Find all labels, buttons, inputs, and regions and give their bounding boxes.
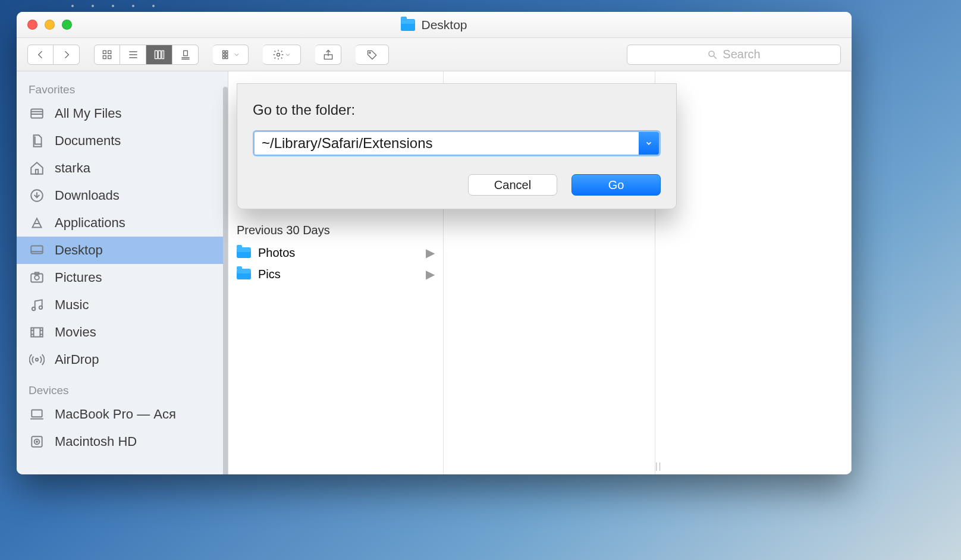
column-3 (655, 71, 852, 474)
close-button[interactable] (27, 20, 37, 30)
sidebar-item-label: Macintosh HD (55, 434, 137, 449)
svg-point-33 (34, 275, 39, 280)
sidebar-item-desktop[interactable]: Desktop (17, 237, 228, 264)
sidebar-item-macbook[interactable]: MacBook Pro — Ася (17, 401, 228, 428)
sidebar-item-music[interactable]: Music (17, 291, 228, 319)
cancel-button[interactable]: Cancel (468, 174, 557, 196)
dialog-label: Go to the folder: (253, 102, 661, 118)
go-button[interactable]: Go (571, 174, 661, 196)
sidebar-item-macintosh-hd[interactable]: Macintosh HD (17, 428, 228, 455)
finder-window: Desktop Search Fa (17, 12, 852, 474)
titlebar: Desktop (17, 12, 852, 38)
sidebar-item-label: All My Files (55, 106, 121, 121)
svg-point-49 (36, 441, 37, 442)
svg-point-19 (277, 53, 279, 56)
laptop-icon (29, 407, 45, 422)
arrange-button[interactable] (213, 45, 249, 65)
svg-rect-13 (222, 51, 224, 52)
search-input[interactable]: Search (627, 45, 841, 65)
svg-point-36 (39, 306, 42, 309)
go-to-folder-dialog: Go to the folder: Cancel Go (237, 83, 677, 209)
file-name: Pics (258, 268, 281, 281)
toolbar: Search (17, 38, 852, 71)
svg-rect-1 (108, 51, 111, 54)
icon-view-button[interactable] (94, 45, 120, 65)
history-dropdown-button[interactable] (639, 132, 659, 155)
sidebar-item-label: Pictures (55, 270, 102, 285)
sidebar-item-airdrop[interactable]: AirDrop (17, 346, 228, 373)
svg-rect-10 (183, 51, 187, 55)
sidebar-item-pictures[interactable]: Pictures (17, 264, 228, 291)
coverflow-view-button[interactable] (172, 45, 199, 65)
action-button[interactable] (263, 45, 301, 65)
back-button[interactable] (27, 45, 54, 65)
path-combobox (253, 130, 661, 156)
svg-rect-3 (108, 55, 111, 58)
chevron-down-icon (645, 139, 653, 147)
sidebar-section-devices: Devices (17, 380, 228, 401)
svg-rect-30 (31, 246, 43, 253)
chevron-right-icon: ▶ (426, 246, 435, 260)
svg-rect-2 (103, 55, 106, 58)
column-view-button[interactable] (146, 45, 172, 65)
column-splitter-icon[interactable]: || (655, 461, 662, 471)
sidebar-item-label: MacBook Pro — Ася (55, 407, 176, 422)
hdd-icon (29, 434, 45, 449)
svg-point-48 (34, 439, 40, 445)
svg-rect-18 (225, 56, 227, 58)
svg-rect-14 (222, 54, 224, 55)
sidebar-item-label: AirDrop (55, 352, 99, 367)
sidebar-item-label: Music (55, 297, 89, 313)
sidebar-item-label: Applications (55, 215, 125, 231)
music-icon (29, 297, 45, 313)
maximize-button[interactable] (62, 20, 72, 30)
svg-line-23 (714, 56, 717, 59)
svg-rect-37 (31, 328, 43, 336)
sidebar-item-label: starka (55, 161, 90, 176)
sidebar-item-label: Movies (55, 325, 96, 340)
sidebar-item-label: Downloads (55, 188, 120, 203)
svg-point-35 (32, 307, 35, 310)
forward-button[interactable] (54, 45, 80, 65)
sidebar-item-label: Documents (55, 133, 121, 149)
view-buttons (94, 45, 199, 65)
sidebar-scrollbar[interactable] (223, 87, 228, 474)
sidebar-item-applications[interactable]: Applications (17, 209, 228, 237)
movies-icon (29, 325, 45, 340)
sidebar-item-home[interactable]: starka (17, 155, 228, 182)
svg-point-44 (36, 358, 38, 361)
svg-rect-45 (32, 410, 42, 417)
downloads-icon (29, 188, 45, 203)
list-item[interactable]: Pics ▶ (228, 263, 443, 285)
sidebar-item-all-my-files[interactable]: All My Files (17, 100, 228, 127)
window-title: Desktop (421, 18, 467, 32)
list-view-button[interactable] (120, 45, 146, 65)
tags-button[interactable] (356, 45, 389, 65)
file-name: Photos (258, 246, 295, 260)
folder-icon (237, 247, 251, 258)
svg-rect-0 (103, 51, 106, 54)
svg-rect-16 (225, 51, 227, 52)
sidebar-item-movies[interactable]: Movies (17, 319, 228, 346)
svg-point-21 (369, 52, 370, 54)
search-placeholder: Search (723, 48, 760, 61)
path-input[interactable] (255, 132, 639, 155)
share-button[interactable] (315, 45, 341, 65)
svg-rect-17 (225, 54, 227, 55)
minimize-button[interactable] (45, 20, 55, 30)
traffic-lights (27, 20, 72, 30)
folder-icon (237, 269, 251, 279)
folder-icon (401, 19, 415, 31)
sidebar-item-downloads[interactable]: Downloads (17, 182, 228, 209)
section-header: Previous 30 Days (228, 220, 443, 242)
list-item[interactable]: Photos ▶ (228, 242, 443, 263)
sidebar-item-label: Desktop (55, 243, 103, 258)
svg-rect-7 (155, 51, 157, 58)
svg-rect-24 (31, 109, 43, 118)
svg-rect-15 (222, 56, 224, 58)
sidebar-item-documents[interactable]: Documents (17, 127, 228, 155)
pictures-icon (29, 270, 45, 285)
search-icon (707, 49, 718, 60)
svg-rect-8 (158, 51, 161, 58)
desktop-icon (29, 243, 45, 258)
